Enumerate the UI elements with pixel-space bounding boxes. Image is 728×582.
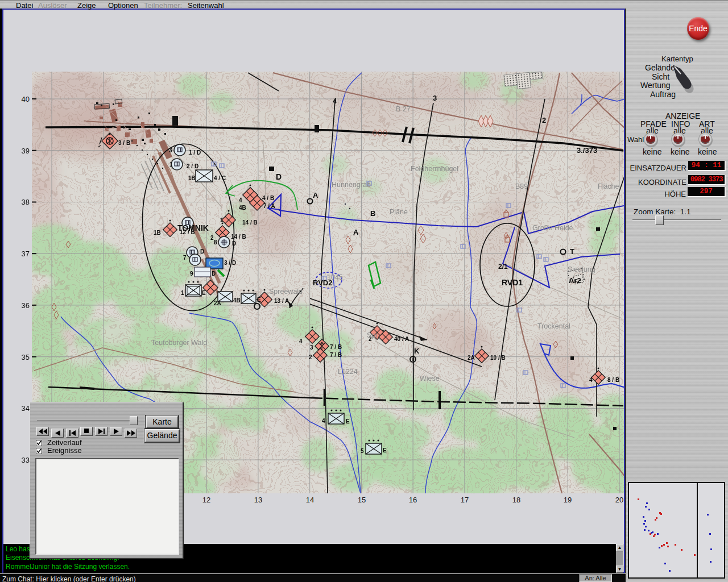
- svg-text:D: D: [212, 271, 216, 277]
- svg-text:4: 4: [322, 418, 325, 424]
- svg-text:40 / A: 40 / A: [394, 336, 409, 342]
- svg-text:1B: 1B: [154, 230, 161, 236]
- svg-text:3: 3: [169, 147, 172, 153]
- svg-text:2 / D: 2 / D: [187, 163, 198, 169]
- svg-text:A: A: [313, 191, 318, 199]
- svg-text:8: 8: [214, 239, 217, 246]
- svg-text:B: B: [370, 209, 375, 218]
- svg-text:13 / A: 13 / A: [274, 298, 289, 304]
- svg-text:B 27: B 27: [396, 105, 411, 113]
- svg-text:4: 4: [239, 197, 242, 203]
- svg-text:L1224: L1224: [338, 368, 358, 376]
- svg-text:14 / B: 14 / B: [231, 234, 246, 240]
- svg-text:4 / C: 4 / C: [214, 175, 226, 181]
- svg-text:Feldherrnhügel: Feldherrnhügel: [411, 165, 458, 173]
- svg-text:RVD1: RVD1: [502, 278, 523, 287]
- svg-text:K: K: [414, 347, 420, 355]
- svg-text:3 / D: 3 / D: [224, 260, 236, 266]
- svg-text:4B: 4B: [233, 297, 241, 304]
- svg-text:A: A: [353, 228, 359, 236]
- svg-text:4B: 4B: [239, 205, 246, 211]
- svg-text:3 / B: 3 / B: [118, 140, 130, 146]
- svg-text:1045: 1045: [327, 273, 343, 281]
- svg-text:3./373: 3./373: [577, 146, 597, 155]
- svg-text:Siedlung: Siedlung: [568, 265, 595, 273]
- svg-text:E: E: [346, 418, 350, 425]
- svg-text:7 / A: 7 / A: [263, 203, 275, 209]
- svg-text:Wiese: Wiese: [420, 375, 440, 383]
- svg-text:8 / B: 8 / B: [607, 377, 619, 383]
- svg-text:7 / B: 7 / B: [330, 352, 342, 358]
- svg-text:1B: 1B: [188, 175, 196, 181]
- svg-text:3: 3: [433, 94, 437, 102]
- svg-text:2: 2: [542, 116, 546, 124]
- svg-text:Fläche: Fläche: [598, 182, 619, 190]
- svg-text:E: E: [202, 290, 206, 296]
- svg-text:7 / B: 7 / B: [330, 344, 342, 350]
- svg-text:1 / D: 1 / D: [189, 149, 201, 156]
- svg-text:10 / B: 10 / B: [490, 355, 506, 361]
- svg-text:Hunnengrab: Hunnengrab: [332, 181, 371, 189]
- svg-text:2A: 2A: [214, 300, 221, 306]
- svg-text:E: E: [383, 447, 387, 454]
- svg-text:2A: 2A: [468, 355, 475, 361]
- svg-text:1: 1: [220, 217, 224, 223]
- svg-text:Spreewald: Spreewald: [269, 288, 303, 296]
- svg-text:D: D: [232, 240, 236, 247]
- svg-text:Pläne: Pläne: [390, 208, 408, 216]
- svg-text:4 / B: 4 / B: [262, 195, 274, 201]
- svg-text:5: 5: [361, 448, 364, 454]
- svg-text:2: 2: [309, 354, 312, 360]
- svg-text:1: 1: [181, 290, 184, 296]
- svg-text:1: 1: [169, 161, 173, 168]
- svg-text:T: T: [570, 247, 574, 256]
- svg-text:3: 3: [310, 344, 313, 351]
- svg-text:Ar2: Ar2: [569, 276, 581, 285]
- svg-text:E: E: [257, 297, 261, 303]
- svg-text:4: 4: [333, 97, 337, 105]
- svg-text:TOMNIK: TOMNIK: [177, 223, 209, 232]
- svg-text:14 / B: 14 / B: [242, 219, 258, 226]
- svg-text:4: 4: [589, 377, 593, 383]
- svg-text:Teutoburger Wald: Teutoburger Wald: [151, 339, 207, 347]
- svg-text:D: D: [276, 172, 282, 181]
- svg-text:7: 7: [183, 255, 187, 261]
- svg-text:4: 4: [299, 338, 303, 344]
- svg-text:Spi: Spi: [367, 331, 377, 339]
- svg-text:9: 9: [190, 271, 193, 277]
- svg-text:Trockental: Trockental: [537, 322, 570, 330]
- svg-text:Große Heide: Große Heide: [532, 224, 573, 232]
- svg-text:D: D: [200, 248, 204, 255]
- svg-text:B89: B89: [515, 182, 528, 190]
- svg-text:2/1: 2/1: [498, 263, 508, 271]
